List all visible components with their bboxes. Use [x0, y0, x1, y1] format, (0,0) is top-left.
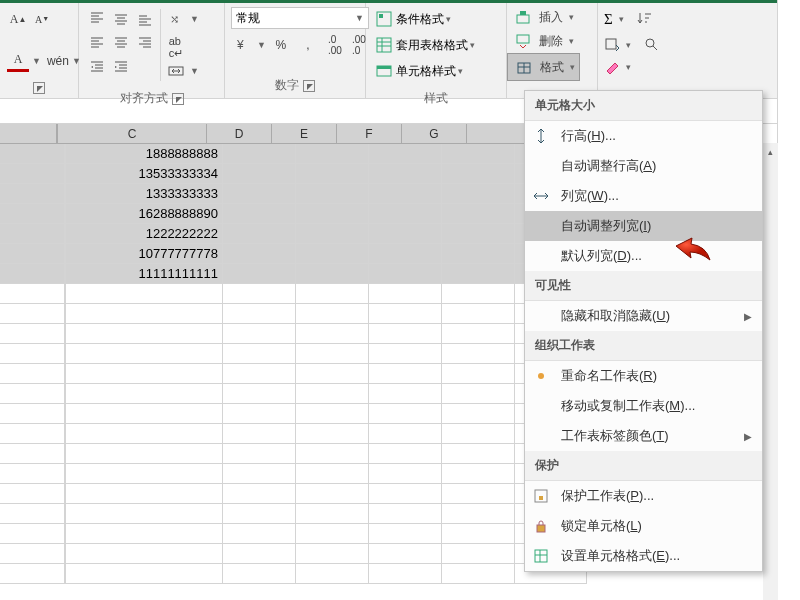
percent-format-button[interactable]: % [270, 34, 292, 56]
menu-protect-sheet[interactable]: 保护工作表(P)... [525, 481, 762, 511]
cell[interactable] [223, 184, 296, 204]
cell[interactable] [369, 504, 442, 524]
select-all-corner[interactable] [0, 124, 57, 144]
cell[interactable] [0, 384, 65, 404]
cell[interactable] [66, 404, 223, 424]
cell[interactable]: 1333333333 [66, 184, 223, 204]
column-header[interactable]: D [207, 124, 272, 144]
cell[interactable] [0, 504, 65, 524]
cell[interactable] [369, 364, 442, 384]
align-right-button[interactable] [134, 32, 156, 54]
cell[interactable] [442, 204, 515, 224]
column-header[interactable]: G [402, 124, 467, 144]
cell[interactable] [369, 344, 442, 364]
dialog-launcher-icon[interactable] [172, 93, 184, 105]
cell[interactable] [442, 384, 515, 404]
cell[interactable] [369, 144, 442, 164]
cell[interactable] [296, 524, 369, 544]
cell[interactable] [223, 164, 296, 184]
cell[interactable] [0, 224, 65, 244]
chevron-down-icon[interactable]: ▼ [32, 56, 41, 66]
align-bottom-button[interactable] [134, 8, 156, 30]
cell[interactable] [223, 244, 296, 264]
menu-autofit-row-height[interactable]: 自动调整行高(A) [525, 151, 762, 181]
cell[interactable] [66, 464, 223, 484]
cell[interactable] [296, 164, 369, 184]
cell[interactable] [223, 504, 296, 524]
phonetic-button[interactable]: wén [47, 50, 69, 72]
clear-button[interactable]: ▾ [604, 59, 631, 75]
cell[interactable] [369, 444, 442, 464]
cell[interactable] [0, 544, 65, 564]
comma-format-button[interactable]: , [297, 34, 319, 56]
align-left-button[interactable] [86, 32, 108, 54]
cell[interactable] [223, 284, 296, 304]
cell[interactable] [442, 444, 515, 464]
cell[interactable] [296, 344, 369, 364]
cell[interactable] [296, 244, 369, 264]
cell[interactable] [369, 264, 442, 284]
font-color-button[interactable]: A [7, 51, 29, 72]
column-header[interactable]: E [272, 124, 337, 144]
cell[interactable] [442, 404, 515, 424]
fill-button[interactable]: ▾ [604, 33, 664, 57]
cell[interactable] [369, 324, 442, 344]
column-header[interactable] [467, 124, 531, 144]
chevron-down-icon[interactable]: ▼ [257, 40, 266, 50]
cell[interactable] [223, 464, 296, 484]
cell[interactable] [369, 184, 442, 204]
cell[interactable] [369, 564, 442, 584]
cell[interactable] [0, 184, 65, 204]
cell[interactable] [442, 304, 515, 324]
cell[interactable] [296, 464, 369, 484]
cell[interactable] [296, 484, 369, 504]
cell[interactable] [223, 264, 296, 284]
cell[interactable] [0, 284, 65, 304]
cell[interactable] [66, 364, 223, 384]
cell[interactable] [223, 324, 296, 344]
cell[interactable] [66, 444, 223, 464]
orientation-button[interactable]: ⤭ [165, 8, 187, 30]
menu-row-height[interactable]: 行高(H)... [525, 121, 762, 151]
cell[interactable]: 1888888888 [66, 144, 223, 164]
cell[interactable] [0, 144, 65, 164]
insert-button[interactable]: 插入▾ [507, 5, 578, 29]
cell[interactable] [442, 284, 515, 304]
format-button[interactable]: 格式▾ [507, 53, 580, 81]
cell[interactable] [442, 224, 515, 244]
cell[interactable] [296, 204, 369, 224]
cell[interactable] [0, 264, 65, 284]
cell[interactable] [66, 524, 223, 544]
cell[interactable]: 1222222222 [66, 224, 223, 244]
cell[interactable] [442, 424, 515, 444]
cell[interactable] [0, 344, 65, 364]
cell[interactable] [66, 344, 223, 364]
cell[interactable] [369, 164, 442, 184]
cell[interactable] [369, 204, 442, 224]
autosum-button[interactable]: Σ▾ [604, 7, 657, 31]
decrease-indent-button[interactable] [86, 56, 108, 78]
cell[interactable] [223, 144, 296, 164]
align-center-button[interactable] [110, 32, 132, 54]
cell[interactable] [369, 404, 442, 424]
cell[interactable]: 10777777778 [66, 244, 223, 264]
align-middle-button[interactable] [110, 8, 132, 30]
cell[interactable] [369, 244, 442, 264]
cell[interactable] [66, 544, 223, 564]
cell[interactable] [296, 404, 369, 424]
cell[interactable] [223, 224, 296, 244]
cell[interactable] [296, 424, 369, 444]
cell[interactable] [0, 484, 65, 504]
cell[interactable] [223, 364, 296, 384]
menu-move-copy-sheet[interactable]: 移动或复制工作表(M)... [525, 391, 762, 421]
cell[interactable] [296, 384, 369, 404]
merge-button[interactable] [165, 60, 187, 82]
dialog-launcher-icon[interactable] [33, 82, 45, 94]
cell[interactable] [223, 384, 296, 404]
cell[interactable] [442, 524, 515, 544]
cell[interactable] [296, 224, 369, 244]
conditional-formatting-button[interactable]: 条件格式▾ [372, 7, 451, 31]
cell[interactable] [442, 364, 515, 384]
cell[interactable]: 13533333334 [66, 164, 223, 184]
cell[interactable] [0, 304, 65, 324]
